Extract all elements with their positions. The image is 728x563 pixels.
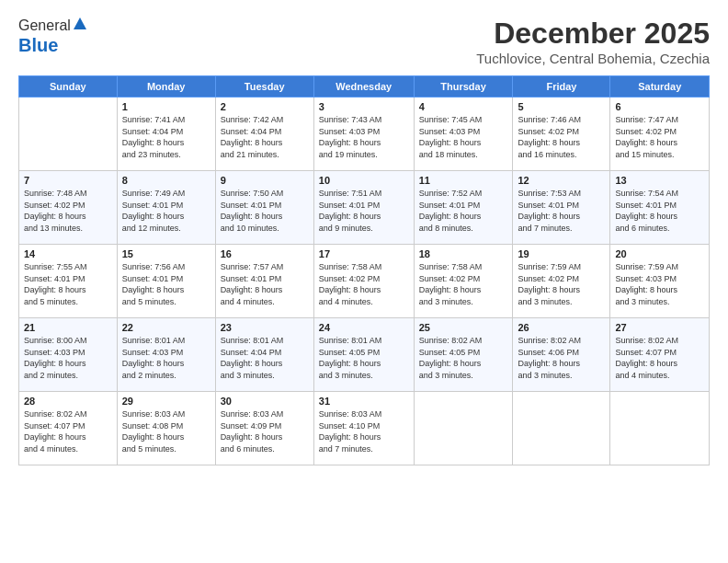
- day-cell: 8Sunrise: 7:49 AM Sunset: 4:01 PM Daylig…: [117, 171, 215, 245]
- header-row: SundayMondayTuesdayWednesdayThursdayFrid…: [19, 76, 710, 98]
- day-info: Sunrise: 8:03 AM Sunset: 4:09 PM Dayligh…: [221, 408, 309, 454]
- day-info: Sunrise: 8:03 AM Sunset: 4:08 PM Dayligh…: [122, 408, 210, 454]
- day-number: 10: [319, 175, 409, 186]
- day-info: Sunrise: 7:51 AM Sunset: 4:01 PM Dayligh…: [319, 188, 409, 234]
- day-number: 26: [518, 322, 605, 333]
- day-number: 13: [615, 175, 704, 186]
- day-info: Sunrise: 7:41 AM Sunset: 4:04 PM Dayligh…: [122, 114, 210, 160]
- header-cell-wednesday: Wednesday: [313, 76, 414, 98]
- week-row-4: 28Sunrise: 8:02 AM Sunset: 4:07 PM Dayli…: [19, 392, 710, 465]
- day-cell: 16Sunrise: 7:57 AM Sunset: 4:01 PM Dayli…: [215, 245, 313, 318]
- day-number: 4: [419, 101, 508, 112]
- day-number: 11: [419, 175, 508, 186]
- day-info: Sunrise: 7:53 AM Sunset: 4:01 PM Dayligh…: [518, 188, 605, 234]
- day-cell: 24Sunrise: 8:01 AM Sunset: 4:05 PM Dayli…: [313, 318, 414, 392]
- day-number: 28: [24, 396, 112, 407]
- day-number: 23: [221, 322, 309, 333]
- day-number: 9: [221, 175, 309, 186]
- day-cell: 23Sunrise: 8:01 AM Sunset: 4:04 PM Dayli…: [215, 318, 313, 392]
- header-cell-thursday: Thursday: [414, 76, 513, 98]
- header-cell-friday: Friday: [513, 76, 610, 98]
- day-number: 5: [518, 101, 605, 112]
- day-cell: 26Sunrise: 8:02 AM Sunset: 4:06 PM Dayli…: [513, 318, 610, 392]
- header-cell-monday: Monday: [117, 76, 215, 98]
- day-info: Sunrise: 8:02 AM Sunset: 4:05 PM Dayligh…: [419, 335, 508, 381]
- day-number: 2: [221, 101, 309, 112]
- day-info: Sunrise: 7:58 AM Sunset: 4:02 PM Dayligh…: [419, 261, 508, 307]
- day-number: 16: [221, 248, 309, 259]
- day-cell: 27Sunrise: 8:02 AM Sunset: 4:07 PM Dayli…: [610, 318, 710, 392]
- logo-general-text: General: [18, 17, 71, 34]
- day-info: Sunrise: 8:03 AM Sunset: 4:10 PM Dayligh…: [319, 408, 409, 454]
- title-block: December 2025 Tuchlovice, Central Bohemi…: [476, 17, 710, 66]
- calendar-table: SundayMondayTuesdayWednesdayThursdayFrid…: [18, 75, 710, 465]
- day-cell: 2Sunrise: 7:42 AM Sunset: 4:04 PM Daylig…: [215, 98, 313, 171]
- day-info: Sunrise: 7:52 AM Sunset: 4:01 PM Dayligh…: [419, 188, 508, 234]
- day-number: 1: [122, 101, 210, 112]
- day-number: 18: [419, 248, 508, 259]
- day-number: 15: [122, 248, 210, 259]
- day-cell: 17Sunrise: 7:58 AM Sunset: 4:02 PM Dayli…: [313, 245, 414, 318]
- day-number: 31: [319, 396, 409, 407]
- day-info: Sunrise: 8:02 AM Sunset: 4:07 PM Dayligh…: [24, 408, 112, 454]
- header: General Blue December 2025 Tuchlovice, C…: [18, 17, 710, 66]
- day-number: 7: [24, 175, 112, 186]
- title-location: Tuchlovice, Central Bohemia, Czechia: [476, 51, 710, 66]
- day-info: Sunrise: 7:57 AM Sunset: 4:01 PM Dayligh…: [221, 261, 309, 307]
- logo: General Blue: [18, 17, 87, 56]
- day-cell: 19Sunrise: 7:59 AM Sunset: 4:02 PM Dayli…: [513, 245, 610, 318]
- day-number: 30: [221, 396, 309, 407]
- day-info: Sunrise: 7:49 AM Sunset: 4:01 PM Dayligh…: [122, 188, 210, 234]
- day-cell: 10Sunrise: 7:51 AM Sunset: 4:01 PM Dayli…: [313, 171, 414, 245]
- day-info: Sunrise: 7:48 AM Sunset: 4:02 PM Dayligh…: [24, 188, 112, 234]
- day-info: Sunrise: 8:01 AM Sunset: 4:03 PM Dayligh…: [122, 335, 210, 381]
- day-cell: [19, 98, 118, 171]
- day-number: 21: [24, 322, 112, 333]
- day-cell: 7Sunrise: 7:48 AM Sunset: 4:02 PM Daylig…: [19, 171, 118, 245]
- day-number: 12: [518, 175, 605, 186]
- day-number: 14: [24, 248, 112, 259]
- day-info: Sunrise: 8:01 AM Sunset: 4:04 PM Dayligh…: [221, 335, 309, 381]
- day-number: 25: [419, 322, 508, 333]
- day-cell: 6Sunrise: 7:47 AM Sunset: 4:02 PM Daylig…: [610, 98, 710, 171]
- day-info: Sunrise: 7:55 AM Sunset: 4:01 PM Dayligh…: [24, 261, 112, 307]
- header-cell-tuesday: Tuesday: [215, 76, 313, 98]
- day-number: 17: [319, 248, 409, 259]
- svg-marker-0: [74, 17, 86, 29]
- title-month: December 2025: [476, 17, 710, 51]
- day-number: 24: [319, 322, 409, 333]
- day-cell: 11Sunrise: 7:52 AM Sunset: 4:01 PM Dayli…: [414, 171, 513, 245]
- day-cell: [610, 392, 710, 465]
- day-info: Sunrise: 7:47 AM Sunset: 4:02 PM Dayligh…: [615, 114, 704, 160]
- day-cell: 31Sunrise: 8:03 AM Sunset: 4:10 PM Dayli…: [313, 392, 414, 465]
- day-cell: 30Sunrise: 8:03 AM Sunset: 4:09 PM Dayli…: [215, 392, 313, 465]
- day-cell: 9Sunrise: 7:50 AM Sunset: 4:01 PM Daylig…: [215, 171, 313, 245]
- day-info: Sunrise: 8:01 AM Sunset: 4:05 PM Dayligh…: [319, 335, 409, 381]
- logo-blue-text: Blue: [18, 35, 58, 56]
- day-cell: 3Sunrise: 7:43 AM Sunset: 4:03 PM Daylig…: [313, 98, 414, 171]
- day-info: Sunrise: 8:02 AM Sunset: 4:07 PM Dayligh…: [615, 335, 704, 381]
- day-info: Sunrise: 7:59 AM Sunset: 4:02 PM Dayligh…: [518, 261, 605, 307]
- day-cell: 18Sunrise: 7:58 AM Sunset: 4:02 PM Dayli…: [414, 245, 513, 318]
- day-number: 20: [615, 248, 704, 259]
- day-number: 29: [122, 396, 210, 407]
- week-row-1: 7Sunrise: 7:48 AM Sunset: 4:02 PM Daylig…: [19, 171, 710, 245]
- day-info: Sunrise: 7:50 AM Sunset: 4:01 PM Dayligh…: [221, 188, 309, 234]
- day-cell: [414, 392, 513, 465]
- day-info: Sunrise: 8:02 AM Sunset: 4:06 PM Dayligh…: [518, 335, 605, 381]
- day-number: 22: [122, 322, 210, 333]
- day-number: 8: [122, 175, 210, 186]
- day-cell: 1Sunrise: 7:41 AM Sunset: 4:04 PM Daylig…: [117, 98, 215, 171]
- day-cell: 28Sunrise: 8:02 AM Sunset: 4:07 PM Dayli…: [19, 392, 118, 465]
- day-cell: 22Sunrise: 8:01 AM Sunset: 4:03 PM Dayli…: [117, 318, 215, 392]
- day-info: Sunrise: 7:42 AM Sunset: 4:04 PM Dayligh…: [221, 114, 309, 160]
- day-number: 27: [615, 322, 704, 333]
- day-cell: 13Sunrise: 7:54 AM Sunset: 4:01 PM Dayli…: [610, 171, 710, 245]
- logo-icon: [73, 17, 87, 31]
- day-info: Sunrise: 8:00 AM Sunset: 4:03 PM Dayligh…: [24, 335, 112, 381]
- day-cell: 29Sunrise: 8:03 AM Sunset: 4:08 PM Dayli…: [117, 392, 215, 465]
- week-row-2: 14Sunrise: 7:55 AM Sunset: 4:01 PM Dayli…: [19, 245, 710, 318]
- day-cell: 15Sunrise: 7:56 AM Sunset: 4:01 PM Dayli…: [117, 245, 215, 318]
- day-cell: 12Sunrise: 7:53 AM Sunset: 4:01 PM Dayli…: [513, 171, 610, 245]
- calendar-body: 1Sunrise: 7:41 AM Sunset: 4:04 PM Daylig…: [19, 98, 710, 465]
